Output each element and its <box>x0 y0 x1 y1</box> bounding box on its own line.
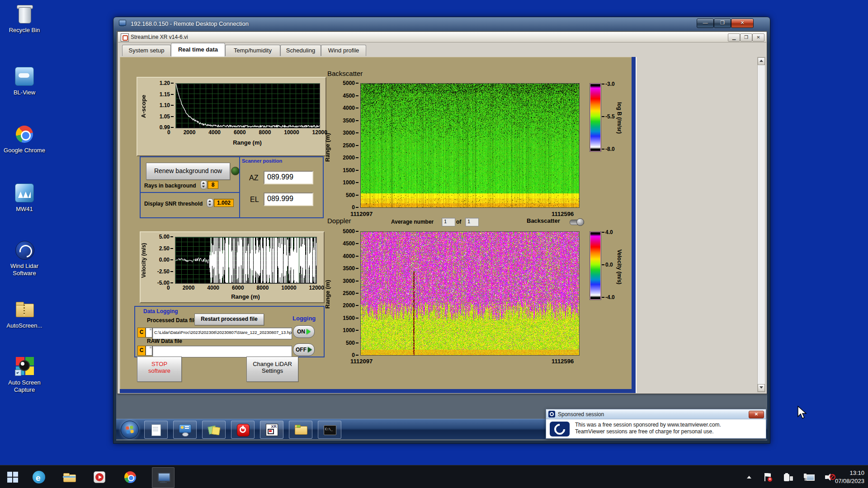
remote-taskbar-explorer[interactable] <box>289 421 312 439</box>
desktop-icon-bl-view[interactable]: BL-View <box>1 66 48 96</box>
ascope-chart: 1.201.151.101.050.99 A-scope 02000400060… <box>137 77 326 156</box>
desktop-icon-auto-screen-capture[interactable]: Auto Screen Capture <box>1 356 48 394</box>
tab-wind-profile[interactable]: Wind profile <box>321 45 366 56</box>
renew-background-button[interactable]: Renew background now <box>146 163 230 180</box>
tray-battery[interactable] <box>783 465 793 488</box>
chrome-taskbar-icon <box>124 471 137 483</box>
remote-taskbar-display-settings[interactable] <box>173 421 197 439</box>
notepad-icon <box>150 423 162 436</box>
tray-network[interactable] <box>804 465 815 488</box>
teamviewer-icon <box>548 411 555 418</box>
el-value-field[interactable]: 089.999 <box>264 192 313 206</box>
snr-value-field[interactable]: 1.002 <box>214 199 234 207</box>
backscatter-colorbar <box>590 84 601 151</box>
sl-maximize-button[interactable]: ❐ <box>740 33 752 42</box>
backscatter-y-ticks: 5000450040003500300025002000150010005000 <box>336 80 359 211</box>
snr-spinner[interactable] <box>207 198 213 207</box>
backscatter-y-label: Range (m) <box>324 120 331 174</box>
teamviewer-popup: Sponsored session ✕ This was a free sess… <box>546 409 766 439</box>
zip-folder-icon <box>14 299 35 320</box>
backscatter-time-end: 1112596 <box>552 211 574 217</box>
ascope-x-ticks: 020004000600080001000012000 <box>167 129 327 136</box>
remote-taskbar-cmd[interactable]: C:\_ <box>318 421 341 439</box>
remote-taskbar-streamline-xr[interactable]: XR <box>260 421 283 439</box>
remote-start-button[interactable] <box>121 421 139 439</box>
rays-value-field[interactable]: 8 <box>208 181 218 189</box>
az-value-field[interactable]: 089.999 <box>264 171 313 184</box>
data-logging-box: Data Logging Processed Data file Restart… <box>134 306 325 357</box>
chrome-icon <box>14 124 35 145</box>
el-label: EL <box>250 196 259 204</box>
stop-software-button[interactable]: STOP software <box>137 357 182 382</box>
host-start-button[interactable] <box>4 469 22 485</box>
restart-processed-file-button[interactable]: Restart processed file <box>194 314 264 325</box>
desktop-icon-recycle-bin[interactable]: Recycle Bin <box>1 4 48 34</box>
raw-path-field[interactable] <box>152 346 292 357</box>
host-taskbar-rdp-active[interactable] <box>152 467 175 488</box>
doppler-heatmap <box>360 231 580 356</box>
rdp-titlebar[interactable]: 192.168.0.150 - Remote Desktop Connectio… <box>113 17 770 31</box>
backscatter-colorbar-label: log B (/m/sr) <box>616 89 623 147</box>
tab-real-time-data[interactable]: Real time data <box>171 43 225 56</box>
processed-drive-selector[interactable]: C <box>137 328 146 338</box>
sl-close-button[interactable]: ✕ <box>752 33 764 42</box>
of-label: of <box>456 219 461 225</box>
average-count-field[interactable]: 1 <box>465 218 479 226</box>
host-taskbar-chrome[interactable] <box>121 469 139 485</box>
remote-taskbar-sticky-notes[interactable] <box>202 421 226 439</box>
doppler-backscatter-toggle-label: Backscatter <box>527 217 560 224</box>
doppler-y-label: Range (m) <box>324 267 331 321</box>
host-taskbar-explorer[interactable] <box>60 469 78 485</box>
doppler-colorbar-label: Velocity (m/s) <box>616 238 623 296</box>
data-logging-title: Data Logging <box>143 308 178 314</box>
sl-minimize-button[interactable]: ▁ <box>728 33 740 42</box>
streamline-titlebar[interactable]: StreamLine XR v14-6.vi ▁ ❐ ✕ <box>118 32 766 42</box>
tab-scheduling[interactable]: Scheduling <box>280 45 321 56</box>
rays-in-background-label: Rays in background <box>144 183 196 189</box>
desktop-icon-autoscreen-folder[interactable]: AutoScreen... <box>1 299 48 329</box>
host-taskbar-media-player[interactable] <box>90 469 108 485</box>
change-lidar-settings-button[interactable]: Change LiDAR Settings <box>246 357 298 382</box>
tab-system-setup[interactable]: System setup <box>122 45 171 56</box>
processed-logging-on-switch[interactable]: ON <box>293 325 315 338</box>
rdp-maximize-button[interactable]: ❐ <box>714 19 731 28</box>
teamviewer-popup-title: Sponsored session <box>558 411 604 418</box>
divider <box>141 192 239 193</box>
rdp-taskbar-icon <box>157 471 170 484</box>
average-number-field[interactable]: 1 <box>442 218 455 226</box>
scroll-down-icon[interactable] <box>758 384 765 392</box>
tab-temp-humidity[interactable]: Temp/humidity <box>225 45 280 56</box>
remote-taskbar-shutdown-tool[interactable] <box>231 421 255 439</box>
vertical-scrollbar[interactable] <box>757 57 765 392</box>
scanner-position-title: Scanner position <box>242 158 282 164</box>
desktop-icon-mw41[interactable]: MW41 <box>1 183 48 213</box>
scroll-up-icon[interactable] <box>758 57 765 65</box>
raw-drive-selector[interactable]: C <box>137 346 146 356</box>
rdp-close-button[interactable]: ✕ <box>731 19 754 28</box>
battery-icon <box>783 473 793 482</box>
az-label: AZ <box>249 174 258 182</box>
taskbar-clock[interactable]: 13:10 07/08/2023 <box>835 469 864 485</box>
teamviewer-close-button[interactable]: ✕ <box>749 411 764 418</box>
rdp-window: 192.168.0.150 - Remote Desktop Connectio… <box>113 17 770 444</box>
ascope-plot-area <box>175 83 320 128</box>
desktop-icon-wind-lidar[interactable]: Wind Lidar Software <box>1 239 48 277</box>
desktop-icon-google-chrome[interactable]: Google Chrome <box>1 124 48 154</box>
mw41-icon <box>14 183 35 203</box>
remote-taskbar-notepad[interactable] <box>144 421 168 439</box>
rays-spinner[interactable] <box>200 180 207 189</box>
rdp-minimize-button[interactable]: — <box>697 19 714 28</box>
velocity-y-ticks: 5.002.500.00-2.50-5.00 <box>151 234 173 286</box>
tray-chevron[interactable] <box>747 465 751 488</box>
doppler-colorbar-ticks: 4.00.0-4.0 <box>602 229 615 300</box>
tray-action-center[interactable]: ✕ <box>763 465 772 488</box>
scanner-position-box: Scanner position AZ 089.999 EL 089.999 <box>239 156 324 218</box>
doppler-title: Doppler <box>327 217 351 225</box>
teamviewer-line1: This was a free session sponsored by www… <box>575 422 721 428</box>
raw-logging-off-switch[interactable]: OFF <box>293 343 315 356</box>
tray-volume-muted[interactable] <box>825 465 835 488</box>
host-taskbar-edge[interactable]: e <box>30 469 48 485</box>
streamline-window: StreamLine XR v14-6.vi ▁ ❐ ✕ System setu… <box>117 31 767 394</box>
labview-vi-icon <box>121 33 129 42</box>
backscatter-toggle-knob[interactable] <box>576 218 584 226</box>
